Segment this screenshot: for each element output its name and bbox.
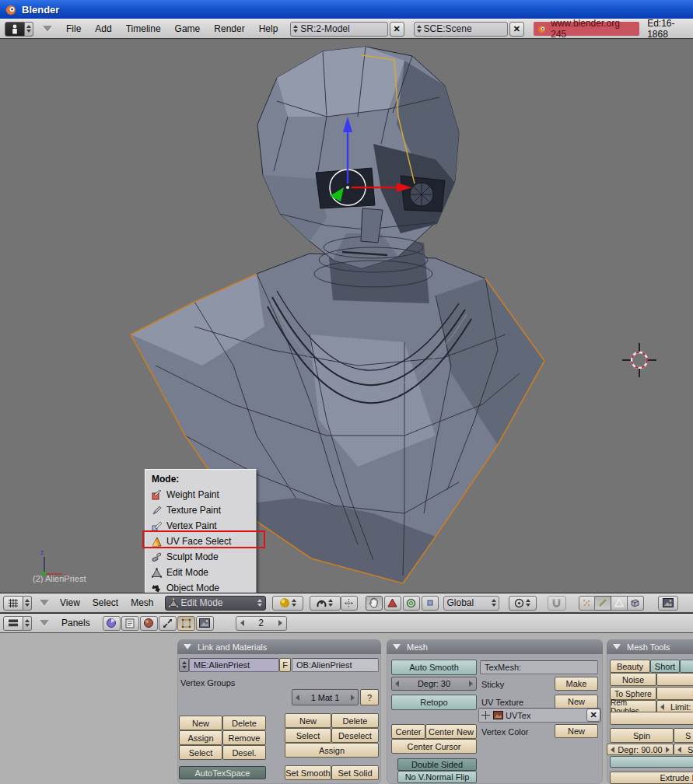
shading-spinner-icon[interactable]: [292, 599, 296, 607]
uvtex-delete-button[interactable]: ✕: [586, 709, 600, 722]
material-assign-button[interactable]: Assign: [285, 743, 379, 758]
panel-collapse-icon[interactable]: [393, 644, 401, 649]
no-vnormal-flip-button[interactable]: No V.Normal Flip: [397, 771, 477, 783]
extrude-dup-button[interactable]: Extrude Dup: [610, 772, 693, 784]
menu-panels[interactable]: Panels: [61, 618, 90, 628]
viewport-3d[interactable]: z x (2) AlienPriest Mode: Weight Paint T…: [0, 39, 693, 593]
buttons-collapse-icon[interactable]: [40, 620, 49, 626]
vgroup-deselect-button[interactable]: Desel.: [222, 745, 266, 760]
page-stepper[interactable]: 2: [236, 616, 287, 631]
buttons-editor-spinner[interactable]: [23, 616, 32, 631]
viewport-editor-spinner[interactable]: [23, 596, 32, 611]
spin-dup-button-cut[interactable]: S: [674, 728, 693, 743]
menu-mesh[interactable]: Mesh: [131, 597, 153, 608]
face-select-button[interactable]: [611, 596, 628, 611]
title-bar[interactable]: Blender: [0, 0, 693, 19]
mode-dd-spinner-icon[interactable]: [257, 599, 262, 607]
occlude-geometry-button[interactable]: [384, 596, 401, 611]
editor-type-button[interactable]: [5, 22, 33, 37]
beauty-button[interactable]: Beauty: [610, 660, 650, 673]
degr-stepper[interactable]: Degr: 30: [391, 677, 477, 691]
noise-button[interactable]: Noise: [610, 673, 656, 686]
render-preview-button[interactable]: [658, 596, 678, 611]
scene-selector-spinner-icon[interactable]: [417, 25, 422, 33]
mesh-browse-spinner[interactable]: [179, 658, 189, 672]
pivot-dropdown[interactable]: [310, 596, 341, 611]
editor-type-spinner[interactable]: [25, 22, 33, 37]
pivot-spinner-icon[interactable]: [328, 599, 333, 607]
header-collapse-icon[interactable]: [43, 26, 52, 32]
stepper-right-icon[interactable]: [278, 620, 282, 626]
falloff-spinner-icon[interactable]: [526, 599, 530, 607]
menu-view[interactable]: View: [60, 597, 80, 608]
mesh-datablock-field[interactable]: ME:AlienPriest: [189, 658, 279, 672]
mesh-tools-panel-header[interactable]: Mesh Tools: [607, 639, 693, 654]
panel-collapse-icon[interactable]: [613, 644, 621, 649]
script-context-button[interactable]: [121, 616, 139, 631]
extrude-blank-button[interactable]: [610, 712, 693, 725]
center-cursor-button[interactable]: Center Cursor: [391, 739, 477, 754]
menu-file[interactable]: File: [66, 23, 81, 34]
hash-button[interactable]: Hash: [656, 673, 693, 686]
vgroup-delete-button[interactable]: Delete: [222, 716, 266, 730]
uvtex-row[interactable]: UVTex ✕: [478, 708, 601, 723]
short-button[interactable]: Short: [650, 660, 680, 673]
degr-90-stepper[interactable]: Degr: 90.00: [607, 744, 674, 755]
object-datablock-field[interactable]: OB:AlienPriest: [292, 658, 379, 672]
fake-user-button[interactable]: F: [279, 658, 291, 672]
snap-element-button[interactable]: [422, 596, 439, 611]
scene-context-button[interactable]: [196, 616, 214, 631]
mode-item-edit-mode[interactable]: Edit Mode: [145, 565, 256, 580]
link-materials-panel-header[interactable]: Link and Materials: [177, 639, 381, 654]
screen-close-button[interactable]: ✕: [390, 22, 404, 37]
mode-dropdown[interactable]: Edit Mode: [165, 596, 266, 611]
menu-help[interactable]: Help: [259, 23, 278, 34]
scene-close-button[interactable]: ✕: [509, 22, 524, 37]
object-context-button[interactable]: [159, 616, 177, 631]
menu-timeline[interactable]: Timeline: [126, 23, 161, 34]
orientation-spinner-icon[interactable]: [492, 599, 496, 607]
vgroup-new-button[interactable]: New: [179, 716, 222, 730]
subdivide-button-cut[interactable]: S: [680, 660, 693, 673]
spin-button[interactable]: Spin: [610, 728, 674, 743]
material-new-button[interactable]: New: [285, 713, 331, 728]
buttons-editor-type-button[interactable]: [3, 616, 32, 631]
set-smooth-button[interactable]: Set Smooth: [285, 765, 331, 780]
mode-item-texture-paint[interactable]: Texture Paint: [145, 502, 256, 518]
menu-render[interactable]: Render: [214, 23, 244, 34]
stepper-left-icon[interactable]: [240, 620, 244, 626]
manipulator-toggle-button[interactable]: [341, 596, 358, 611]
autotexspace-button[interactable]: AutoTexSpace: [179, 766, 266, 779]
material-delete-button[interactable]: Delete: [331, 713, 379, 728]
steps-stepper-cut[interactable]: S: [674, 744, 693, 755]
edge-select-button[interactable]: [595, 596, 611, 611]
vgroup-remove-button[interactable]: Remove: [222, 730, 266, 745]
center-new-button[interactable]: Center New: [425, 724, 477, 739]
smooth-button[interactable]: Smooth: [656, 687, 693, 700]
material-select-button[interactable]: Select: [285, 728, 331, 743]
shading-context-button[interactable]: [140, 616, 158, 631]
texmesh-field[interactable]: TexMesh:: [480, 660, 598, 674]
occlude-wire-button[interactable]: [628, 596, 644, 611]
sticky-make-button[interactable]: Make: [555, 677, 598, 691]
auto-smooth-button[interactable]: Auto Smooth: [391, 660, 477, 675]
keep-original-button[interactable]: Keep Original: [610, 756, 693, 768]
orientation-dropdown[interactable]: Global: [443, 596, 499, 611]
viewport-collapse-icon[interactable]: [40, 600, 49, 606]
uv-texture-new-button[interactable]: New: [555, 695, 598, 709]
double-sided-button[interactable]: Double Sided: [397, 758, 477, 771]
vgroup-select-button[interactable]: Select: [179, 745, 222, 760]
center-button[interactable]: Center: [391, 724, 425, 739]
proportional-edit-button[interactable]: [403, 596, 420, 611]
mode-item-weight-paint[interactable]: Weight Paint: [145, 487, 256, 502]
pin-crosshair-icon[interactable]: [481, 710, 491, 720]
set-solid-button[interactable]: Set Solid: [331, 765, 379, 780]
screen-selector-spinner-icon[interactable]: [293, 25, 298, 33]
viewport-editor-type-button[interactable]: [3, 596, 32, 611]
logic-context-button[interactable]: [103, 616, 121, 631]
retopo-button[interactable]: Retopo: [391, 695, 477, 710]
mesh-panel-header[interactable]: Mesh: [387, 639, 603, 654]
viewport-shading-dropdown[interactable]: [272, 596, 303, 611]
screen-selector[interactable]: SR:2-Model: [290, 22, 387, 37]
menu-select[interactable]: Select: [93, 597, 118, 608]
